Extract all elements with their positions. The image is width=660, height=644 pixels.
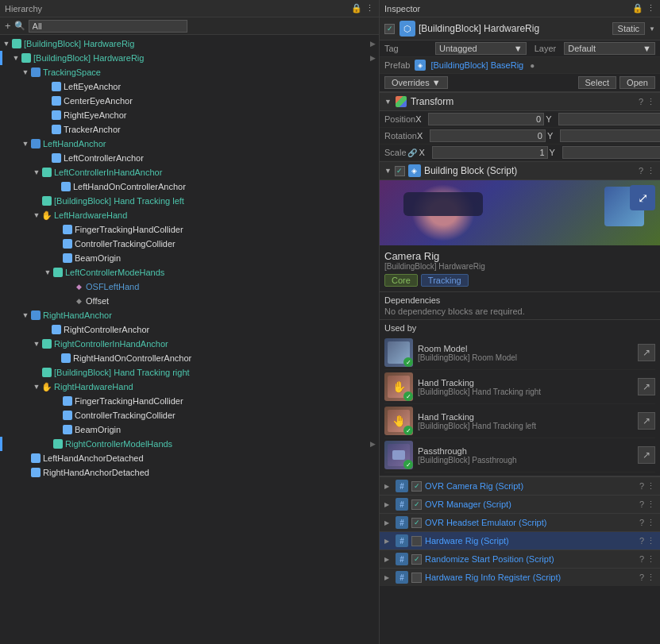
tree-label-bbhtr: [BuildingBlock] Hand Tracking right <box>54 368 190 377</box>
script-ovr-camera-rig[interactable]: ▶ # ✓ OVR Camera Rig (Script) ? ⋮ <box>380 476 660 495</box>
tree-item-righteyeanchor[interactable]: RightEyeAnchor <box>0 108 379 122</box>
bb-expand-icon[interactable]: ⤢ <box>630 185 655 210</box>
script-check-1[interactable]: ✓ <box>411 499 422 510</box>
script-help-3[interactable]: ? <box>639 536 644 546</box>
script-randomize-start[interactable]: ▶ # ✓ Randomize Start Position (Script) … <box>380 550 660 568</box>
tree-item-rha[interactable]: RightHandAnchor <box>0 308 379 322</box>
transform-section-header[interactable]: ▼ Transform ? ⋮ <box>380 92 660 111</box>
static-group: Static ▼ <box>612 22 655 35</box>
inspector-more-icon[interactable]: ⋮ <box>646 3 655 13</box>
script-help-0[interactable]: ? <box>639 481 644 492</box>
tree-item-offset[interactable]: ◆ Offset <box>0 294 379 308</box>
tree-item-bbhtr[interactable]: [BuildingBlock] Hand Tracking right <box>0 365 379 380</box>
script-more-3[interactable]: ⋮ <box>646 536 655 546</box>
tree-item-ctleft[interactable]: ControllerTrackingCollider <box>0 237 379 251</box>
tree-item-lhoca[interactable]: LeftHandOnControllerAnchor <box>0 179 379 194</box>
tag-dropdown[interactable]: Untagged ▼ <box>435 42 527 55</box>
tree-item-lciha[interactable]: LeftControllerInHandAnchor <box>0 165 379 179</box>
script-hardware-rig-info[interactable]: ▶ # Hardware Rig Info Register (Script) … <box>380 568 660 586</box>
scale-link-icon: 🔗 <box>407 148 418 157</box>
used-name-hand-left: Hand Tracking <box>418 412 633 422</box>
pos-x-input[interactable] <box>428 113 544 125</box>
transform-help-btn[interactable]: ? <box>639 97 643 107</box>
tree-icon-lhh: ✋ <box>41 210 52 221</box>
pos-y-input[interactable] <box>558 113 660 125</box>
static-dropdown-arrow[interactable]: ▼ <box>649 25 655 33</box>
tree-item-osfleft[interactable]: ◆ OSFLeftHand <box>0 280 379 294</box>
tree-item-boleft[interactable]: BeamOrigin <box>0 251 379 265</box>
more-icon[interactable]: ⋮ <box>365 3 374 13</box>
tree-item-building-block-root[interactable]: [BuildingBlock] HardwareRig ▶ <box>0 37 379 51</box>
bb-checkbox[interactable]: ✓ <box>395 166 405 176</box>
script-check-4[interactable]: ✓ <box>411 554 422 565</box>
tree-item-rhoca[interactable]: RightHandOnControllerAnchor <box>0 351 379 365</box>
used-name-hand-right: Hand Tracking <box>418 378 633 388</box>
tree-item-rhh[interactable]: ✋ RightHardwareHand <box>0 380 379 394</box>
tree-item-ctright[interactable]: ControllerTrackingCollider <box>0 408 379 422</box>
script-hardware-rig[interactable]: ▶ # Hardware Rig (Script) ? ⋮ <box>380 531 660 550</box>
script-check-0[interactable]: ✓ <box>411 481 422 492</box>
bb-section-header[interactable]: ▼ ✓ ◈ Building Block (Script) ? ⋮ <box>380 161 660 180</box>
script-help-2[interactable]: ? <box>639 518 644 528</box>
tree-item-trackeranchor[interactable]: TrackerAnchor <box>0 122 379 137</box>
overrides-button[interactable]: Overrides ▼ <box>384 76 448 89</box>
script-help-4[interactable]: ? <box>639 554 644 565</box>
script-ovr-headset-emulator[interactable]: ▶ # ✓ OVR Headset Emulator (Script) ? ⋮ <box>380 513 660 531</box>
static-button[interactable]: Static <box>612 22 646 35</box>
select-button[interactable]: Select <box>578 76 617 89</box>
script-more-2[interactable]: ⋮ <box>646 518 655 528</box>
script-more-1[interactable]: ⋮ <box>646 499 655 510</box>
lock-icon[interactable]: 🔒 <box>351 3 362 13</box>
prefab-name[interactable]: [BuildingBlock] BaseRig <box>430 60 523 70</box>
tree-icon-ftr <box>62 395 73 407</box>
used-link-room[interactable]: ↗ <box>638 344 655 361</box>
tree-item-rciha[interactable]: RightControllerInHandAnchor <box>0 337 379 351</box>
rot-x-input[interactable] <box>430 129 546 142</box>
tree-item-lca[interactable]: LeftControllerAnchor <box>0 151 379 165</box>
tag-core[interactable]: Core <box>384 274 418 287</box>
tag-tracking[interactable]: Tracking <box>421 274 469 287</box>
tree-item-rcmh[interactable]: RightControllerModelHands ▶ <box>0 437 379 451</box>
used-link-hand-left[interactable]: ↗ <box>638 412 655 430</box>
script-check-2[interactable]: ✓ <box>411 518 422 528</box>
script-more-5[interactable]: ⋮ <box>646 573 655 583</box>
scale-x-input[interactable] <box>432 146 548 159</box>
used-link-passthrough[interactable]: ↗ <box>638 446 655 464</box>
inspector-lock-icon[interactable]: 🔒 <box>632 3 643 13</box>
hierarchy-search-input[interactable] <box>29 20 187 33</box>
bb-more-btn[interactable]: ⋮ <box>646 166 655 176</box>
deps-title: Dependencies <box>384 295 655 305</box>
tree-item-lhad[interactable]: LeftHandAnchorDetached <box>0 451 379 465</box>
tree-item-lcmh[interactable]: LeftControllerModeHands <box>0 265 379 280</box>
bb-help-btn[interactable]: ? <box>639 166 643 176</box>
script-more-0[interactable]: ⋮ <box>646 481 655 492</box>
transform-more-btn[interactable]: ⋮ <box>646 97 655 107</box>
script-check-5[interactable] <box>411 573 422 583</box>
tag-layer-row: Tag Untagged ▼ Layer Default ▼ <box>380 40 660 57</box>
tree-item-trackingspace[interactable]: TrackingSpace <box>0 65 379 79</box>
script-help-1[interactable]: ? <box>639 499 644 510</box>
tree-item-bbhtl[interactable]: [BuildingBlock] Hand Tracking left <box>0 194 379 208</box>
rot-y-input[interactable] <box>560 129 660 142</box>
tree-item-lefthandanchor[interactable]: LeftHandAnchor <box>0 137 379 151</box>
tree-item-lefteyeanchor[interactable]: LeftEyeAnchor <box>0 79 379 94</box>
tree-item-centereyeanchor[interactable]: CenterEyeAnchor <box>0 94 379 108</box>
script-ovr-manager[interactable]: ▶ # ✓ OVR Manager (Script) ? ⋮ <box>380 495 660 513</box>
tree-item-boright[interactable]: BeamOrigin <box>0 422 379 437</box>
used-link-hand-right[interactable]: ↗ <box>638 378 655 395</box>
tree-icon-ftl <box>62 224 73 235</box>
tree-item-rhad[interactable]: RightHandAnchorDetached <box>0 465 379 480</box>
script-help-5[interactable]: ? <box>639 573 644 583</box>
tree-item-ftright[interactable]: FingerTrackingHandCollider <box>0 394 379 408</box>
script-more-4[interactable]: ⋮ <box>646 554 655 565</box>
plus-icon[interactable]: + <box>5 20 11 32</box>
open-button[interactable]: Open <box>619 76 655 89</box>
scale-y-input[interactable] <box>562 146 660 159</box>
layer-dropdown[interactable]: Default ▼ <box>564 42 655 55</box>
tree-item-lhh[interactable]: ✋ LeftHardwareHand <box>0 208 379 222</box>
script-check-3[interactable] <box>411 536 422 546</box>
tree-item-rca[interactable]: RightControllerAnchor <box>0 322 379 337</box>
gameobject-active-checkbox[interactable]: ✓ <box>384 24 395 34</box>
tree-item-ftleft[interactable]: FingerTrackingHandCollider <box>0 222 379 237</box>
tree-item-bb-hw-rig[interactable]: [BuildingBlock] HardwareRig ▶ <box>0 51 379 65</box>
